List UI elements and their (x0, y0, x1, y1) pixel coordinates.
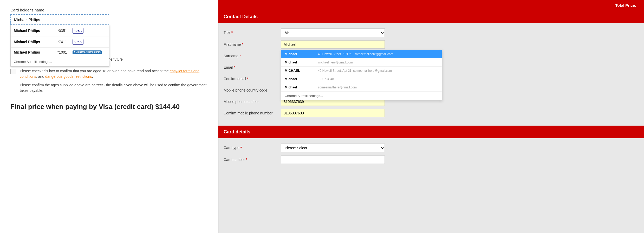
terms-text: Please check this box to confirm that yo… (20, 68, 207, 79)
ac-item-4[interactable]: Michael someemailhere@gmail.com (281, 83, 442, 92)
autocomplete-item-2[interactable]: Michael Philips *1001 AMERICAN EXPRESS (11, 48, 109, 57)
card-autocomplete-dropdown: Michael Philips *0351 VISA Michael Phili… (10, 25, 109, 67)
ac-item-1[interactable]: Michael michaelfhew@gmail.com (281, 58, 442, 67)
ac-detail-4: someemailhere@gmail.com (318, 86, 357, 89)
autocomplete-cardnum-2: *1001 (57, 50, 70, 54)
card-holder-input[interactable] (10, 14, 109, 25)
visa-logo-0: VISA (73, 28, 83, 34)
firstname-input[interactable] (281, 40, 385, 49)
firstname-required: * (242, 42, 243, 47)
amex-logo-2: AMERICAN EXPRESS (73, 50, 102, 54)
title-required: * (231, 30, 233, 35)
firstname-label: First name * (224, 40, 281, 47)
autocomplete-item-0[interactable]: Michael Philips *0351 VISA (11, 25, 109, 36)
autocomplete-name-1: Michael Philips (14, 40, 55, 44)
mobile-number-label: Mobile phone number (224, 98, 281, 104)
contact-section-header: Contact Details (218, 10, 644, 23)
confirm-mobile-input[interactable] (281, 109, 385, 117)
card-type-row: Card type * Please Select... Visa Master… (224, 144, 639, 152)
autocomplete-name-2: Michael Philips (14, 50, 55, 54)
ac-name-1: Michael (285, 60, 316, 64)
final-price: Final price when paying by Visa (credit … (10, 103, 207, 111)
title-row: Title * Mr Mrs Ms Dr (224, 28, 639, 37)
ac-detail-0: 40 Howell Street, APT 21, someemailhere@… (318, 52, 393, 56)
firstname-field (281, 40, 385, 49)
card-type-field: Please Select... Visa Mastercard America… (281, 144, 385, 152)
left-autofill-settings[interactable]: Chrome Autofill settings... (11, 57, 109, 66)
title-select[interactable]: Mr Mrs Ms Dr (281, 28, 385, 37)
confirm-mobile-field (281, 109, 385, 117)
mobile-country-label: Mobile phone country code (224, 86, 281, 92)
right-panel: Total Price: Contact Details Title * Mr … (218, 0, 644, 233)
autocomplete-cardnum-1: *7411 (57, 40, 70, 44)
card-holder-input-wrap: Michael Philips *0351 VISA Michael Phili… (10, 14, 109, 25)
email-label: Email * (224, 63, 281, 69)
confirm-mobile-label: Confirm mobile phone number (224, 109, 281, 115)
ac-item-2[interactable]: MICHAEL 40 Howell Street, Apt 21, someem… (281, 67, 442, 75)
terms-row: Please check this box to confirm that yo… (10, 68, 207, 79)
ac-item-3[interactable]: Michael 1-307-3048 (281, 75, 442, 83)
email-required: * (234, 65, 235, 69)
terms-end: . (92, 74, 93, 79)
card-number-field (281, 156, 385, 164)
card-section-header: Card details (218, 126, 644, 138)
ac-detail-1: michaelfhew@gmail.com (318, 61, 353, 64)
total-price-label: Total Price: (615, 3, 636, 8)
terms-pre: Please check this box to confirm that yo… (20, 69, 170, 73)
card-type-label: Card type * (224, 144, 281, 150)
confirm-email-required: * (247, 77, 248, 81)
ac-name-3: Michael (285, 77, 316, 81)
ac-detail-2: 40 Howell Street, Apt 21, someemailhere@… (318, 69, 392, 73)
visa-logo-1: VISA (73, 39, 83, 45)
right-autofill-settings[interactable]: Chrome Autofill settings... (281, 92, 442, 100)
terms-checkbox[interactable] (10, 69, 16, 74)
surname-label: Surname * (224, 52, 281, 58)
confirm-mobile-row: Confirm mobile phone number (224, 109, 639, 117)
ac-item-0[interactable]: Michael 40 Howell Street, APT 21, someem… (281, 50, 442, 58)
ac-name-0: Michael (285, 52, 316, 56)
ac-detail-3: 1-307-3048 (318, 77, 334, 81)
dangerous-link[interactable]: dangerous goods restrictions (45, 74, 92, 79)
card-number-input[interactable] (281, 156, 385, 164)
confirm-email-label: Confirm email * (224, 75, 281, 81)
title-field: Mr Mrs Ms Dr (281, 28, 385, 37)
left-panel: Card holder's name Michael Philips *0351… (0, 0, 218, 233)
title-label: Title * (224, 28, 281, 35)
card-number-label: Card number * (224, 156, 281, 162)
confirm-ages: Please confirm the ages supplied above a… (20, 82, 207, 93)
autocomplete-item-1[interactable]: Michael Philips *7411 VISA (11, 36, 109, 48)
surname-required: * (239, 54, 241, 58)
firstname-autocomplete-dropdown: Michael 40 Howell Street, APT 21, someem… (281, 50, 442, 100)
card-type-select[interactable]: Please Select... Visa Mastercard America… (281, 144, 385, 152)
autocomplete-cardnum-0: *0351 (57, 29, 70, 33)
card-type-required: * (240, 146, 242, 150)
autocomplete-name-0: Michael Philips (14, 29, 55, 33)
card-number-required: * (246, 158, 247, 162)
contact-details-form: Title * Mr Mrs Ms Dr First name * Michae… (218, 23, 644, 126)
top-price-bar: Total Price: (218, 0, 644, 10)
terms-mid: , and (36, 74, 45, 79)
card-number-row: Card number * (224, 156, 639, 164)
ac-name-4: Michael (285, 85, 316, 89)
firstname-row: First name * Michael 40 Howell Street, A… (224, 40, 639, 49)
card-holder-label: Card holder's name (10, 8, 207, 12)
card-details-form: Card type * Please Select... Visa Master… (218, 138, 644, 172)
ac-name-2: MICHAEL (285, 69, 316, 73)
